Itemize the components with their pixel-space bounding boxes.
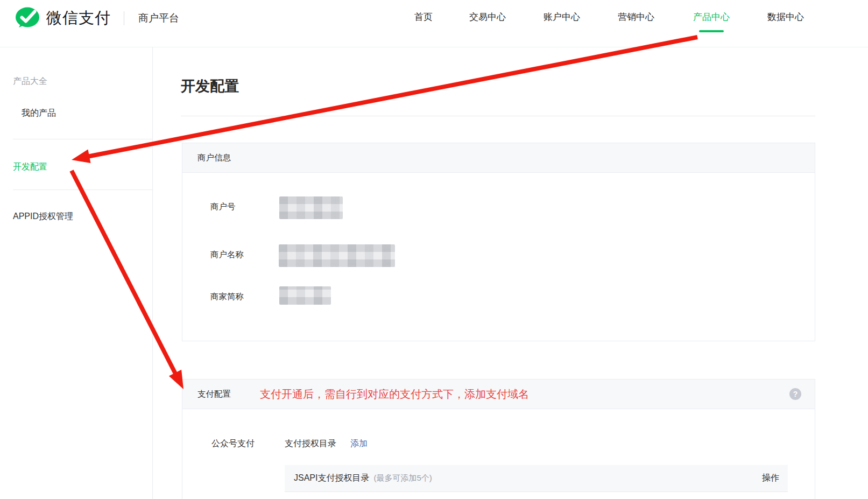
merchant-name-redacted-value (279, 244, 395, 267)
add-directory-link[interactable]: 添加 (350, 438, 368, 449)
payment-card-title: 支付配置 (197, 389, 231, 400)
nav-item-account[interactable]: 账户中心 (544, 11, 580, 23)
nav-item-data[interactable]: 数据中心 (767, 11, 804, 23)
auth-directory-label: 支付授权目录 (285, 438, 336, 449)
page-title: 开发配置 (181, 76, 239, 96)
official-account-pay-label: 公众号支付 (211, 438, 255, 449)
help-icon[interactable]: ? (789, 388, 801, 400)
portal-label: 商户平台 (138, 11, 179, 25)
sidebar-item-dev-config[interactable]: 开发配置 (13, 161, 47, 173)
merchant-info-card: 商户信息 商户号 商户名称 商家简称 (182, 143, 815, 341)
payment-annotation-text: 支付开通后，需自行到对应的支付方式下，添加支付域名 (260, 387, 529, 402)
payment-card-header: 支付配置 支付开通后，需自行到对应的支付方式下，添加支付域名 ? (182, 379, 815, 409)
nav-item-home[interactable]: 首页 (414, 11, 433, 23)
nav-item-product-label: 产品中心 (693, 12, 730, 22)
brand-name: 微信支付 (46, 8, 111, 29)
sidebar-item-my-products[interactable]: 我的产品 (22, 108, 56, 119)
payment-config-card: 支付配置 支付开通后，需自行到对应的支付方式下，添加支付域名 ? 公众号支付 支… (182, 379, 815, 499)
sidebar-section-label: 产品大全 (13, 76, 47, 87)
action-column-header: 操作 (762, 473, 779, 484)
merchant-card-header: 商户信息 (182, 143, 815, 173)
active-nav-underline (699, 30, 724, 32)
title-divider (181, 116, 815, 116)
sidebar-divider (13, 189, 152, 190)
merchant-id-label: 商户号 (210, 201, 236, 213)
brand-divider (124, 11, 124, 25)
sidebar: 产品大全 我的产品 开发配置 APPID授权管理 (0, 47, 153, 499)
jsapi-directory-table-header: JSAPI支付授权目录 (最多可添加5个) 操作 (285, 465, 788, 492)
merchant-id-redacted-value (279, 196, 343, 219)
nav-item-marketing[interactable]: 营销中心 (618, 11, 654, 23)
sidebar-divider (13, 139, 152, 139)
jsapi-directory-title: JSAPI支付授权目录 (294, 473, 369, 484)
top-bar: 微信支付 商户平台 首页 交易中心 账户中心 营销中心 产品中心 数据中心 (0, 0, 868, 47)
brand-home-link[interactable]: 微信支付 商户平台 (15, 5, 179, 31)
nav-item-trade[interactable]: 交易中心 (469, 11, 506, 23)
merchant-short-name-redacted-value (279, 286, 331, 305)
merchant-name-label: 商户名称 (210, 249, 244, 261)
nav-item-product[interactable]: 产品中心 (693, 11, 730, 23)
merchant-short-name-label: 商家简称 (210, 291, 244, 303)
jsapi-directory-hint: (最多可添加5个) (373, 473, 432, 483)
sidebar-item-appid-auth[interactable]: APPID授权管理 (13, 211, 73, 222)
wechat-pay-logo-icon (15, 6, 40, 30)
merchant-card-title: 商户信息 (197, 152, 231, 164)
wechat-pay-merchant-platform: 微信支付 商户平台 首页 交易中心 账户中心 营销中心 产品中心 数据中心 产品… (0, 0, 868, 499)
